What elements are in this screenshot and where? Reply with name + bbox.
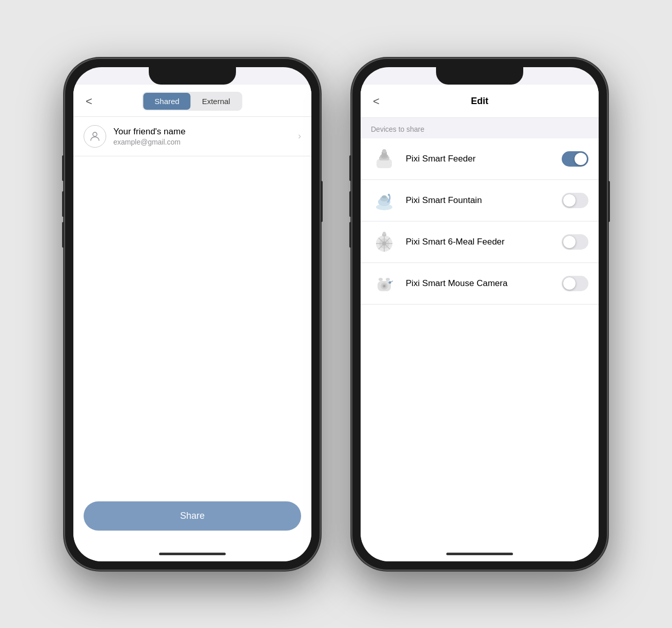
svg-point-5 — [382, 149, 386, 153]
share-button[interactable]: Share — [84, 501, 301, 531]
chevron-right-icon: › — [298, 131, 301, 141]
person-icon — [89, 130, 101, 143]
feeder-icon — [371, 146, 398, 172]
tab-external[interactable]: External — [191, 93, 242, 110]
meal-feeder-icon — [371, 229, 398, 255]
toggle-knob-meal-feeder — [563, 236, 576, 248]
device-item-fountain: Pixi Smart Fountain — [361, 180, 599, 221]
svg-point-19 — [383, 232, 386, 235]
left-iphone: < Shared External Your fr — [64, 58, 321, 571]
device-list: Pixi Smart Feeder — [361, 138, 599, 305]
camera-svg — [371, 271, 397, 296]
toggle-feeder[interactable] — [562, 151, 588, 167]
toggle-camera[interactable] — [562, 276, 588, 291]
back-button-left[interactable]: < — [84, 93, 94, 110]
feeder-svg — [371, 146, 397, 172]
fountain-icon — [371, 187, 398, 214]
device-item-camera: Pixi Smart Mouse Camera — [361, 263, 599, 305]
user-info: Your friend's name example@gmail.com — [113, 127, 298, 146]
device-item-meal-feeder: Pixi Smart 6-Meal Feeder — [361, 221, 599, 263]
left-screen: < Shared External Your fr — [73, 67, 311, 561]
device-name-fountain: Pixi Smart Fountain — [406, 195, 562, 206]
right-iphone: < Edit Devices to share — [351, 58, 608, 571]
toggle-meal-feeder[interactable] — [562, 234, 588, 250]
right-screen-content: < Edit Devices to share — [361, 85, 599, 561]
user-name: Your friend's name — [113, 127, 298, 137]
svg-point-0 — [93, 132, 97, 136]
svg-point-24 — [379, 278, 383, 281]
user-email: example@gmail.com — [113, 138, 298, 146]
camera-icon — [371, 270, 398, 297]
left-screen-content: < Shared External Your fr — [73, 85, 311, 561]
notch-left — [149, 67, 236, 85]
device-name-feeder: Pixi Smart Feeder — [406, 154, 562, 164]
home-indicator-right — [446, 553, 513, 555]
svg-point-9 — [382, 195, 387, 198]
user-list-item[interactable]: Your friend's name example@gmail.com › — [73, 117, 311, 156]
fountain-svg — [371, 188, 397, 213]
device-item-feeder: Pixi Smart Feeder — [361, 138, 599, 180]
svg-point-10 — [388, 194, 390, 196]
edit-nav-bar: < Edit — [361, 85, 599, 118]
phones-container: < Shared External Your fr — [64, 58, 608, 571]
right-screen: < Edit Devices to share — [361, 67, 599, 561]
notch-right — [436, 67, 523, 85]
toggle-knob-feeder — [575, 153, 587, 165]
svg-point-17 — [382, 241, 386, 246]
toggle-knob-fountain — [563, 194, 576, 207]
edit-title: Edit — [471, 96, 488, 107]
device-name-camera: Pixi Smart Mouse Camera — [406, 278, 562, 289]
svg-point-25 — [386, 278, 390, 281]
tab-shared[interactable]: Shared — [143, 93, 190, 110]
meal-feeder-svg — [371, 229, 397, 255]
avatar — [84, 125, 106, 148]
back-button-right[interactable]: < — [371, 93, 382, 110]
share-button-container: Share — [84, 501, 301, 531]
section-header: Devices to share — [361, 118, 599, 138]
home-indicator-left — [159, 553, 226, 555]
toggle-knob-camera — [563, 277, 576, 290]
toggle-fountain[interactable] — [562, 193, 588, 208]
device-name-meal-feeder: Pixi Smart 6-Meal Feeder — [406, 237, 562, 247]
segment-control[interactable]: Shared External — [142, 92, 242, 111]
left-nav-bar: < Shared External — [73, 85, 311, 117]
svg-point-23 — [383, 285, 385, 287]
